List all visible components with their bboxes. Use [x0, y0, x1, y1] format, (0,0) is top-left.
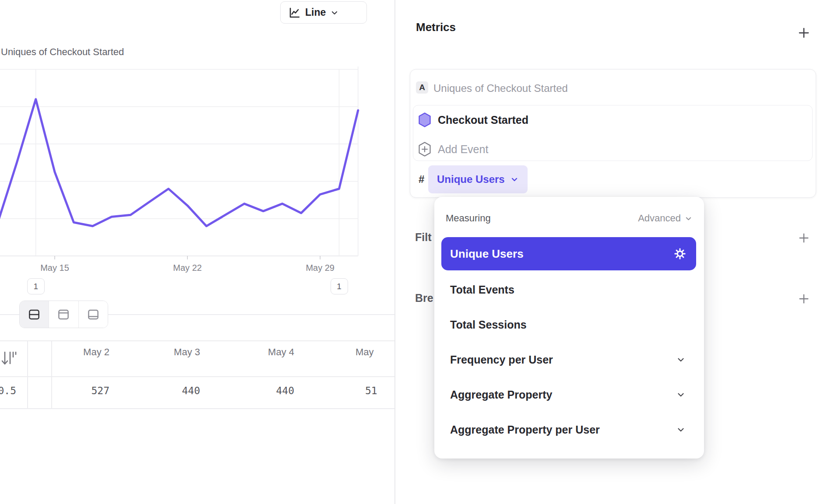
- add-event-icon: [419, 142, 431, 157]
- table-sort-icon[interactable]: [1, 350, 17, 369]
- layout-split-button[interactable]: [20, 301, 49, 328]
- table-view-icon: [87, 308, 100, 321]
- table-column-header[interactable]: May 4: [207, 346, 294, 364]
- chevron-down-icon: [676, 390, 686, 399]
- measure-chip[interactable]: Unique Users: [428, 165, 528, 193]
- dropdown-item-label: Total Events: [450, 284, 514, 296]
- dropdown-item[interactable]: Aggregate Property per User: [441, 413, 696, 446]
- chart-type-label: Line: [305, 7, 326, 18]
- table-column-header[interactable]: May: [356, 346, 374, 364]
- table-cell: 440: [113, 385, 200, 402]
- table-cell: 440: [207, 385, 294, 402]
- add-breakdown-button[interactable]: [796, 291, 811, 306]
- dropdown-item-label: Total Sessions: [450, 318, 527, 331]
- table-row-label: 0.5: [0, 385, 16, 402]
- event-name[interactable]: Checkout Started: [438, 114, 528, 126]
- chevron-down-icon: [510, 175, 519, 184]
- table-column-header[interactable]: May 3: [113, 346, 200, 364]
- layout-chart-button[interactable]: [49, 301, 78, 328]
- measure-chip-label: Unique Users: [437, 173, 505, 186]
- table-cell: 51: [365, 385, 377, 402]
- layout-table-button[interactable]: [78, 301, 108, 328]
- dropdown-item-label: Frequency per User: [450, 354, 553, 366]
- table-column-header[interactable]: May 2: [22, 346, 109, 364]
- layout-toggle-group: [19, 301, 108, 328]
- chevron-down-icon: [684, 214, 693, 223]
- chevron-down-icon: [676, 355, 686, 364]
- dropdown-item-label: Aggregate Property per User: [450, 424, 600, 436]
- section-label-filters: Filt: [415, 231, 432, 244]
- dropdown-header-label: Measuring: [446, 213, 491, 224]
- split-view-icon: [28, 308, 41, 321]
- dropdown-item-label: Unique Users: [450, 247, 524, 261]
- x-axis-label: May 15: [40, 263, 69, 273]
- add-metric-button[interactable]: [796, 25, 811, 40]
- table-bottom-border: [0, 408, 394, 409]
- annotation-marker[interactable]: 1: [331, 278, 348, 294]
- dropdown-item[interactable]: Aggregate Property: [441, 378, 696, 411]
- hexagon-event-icon: [419, 112, 431, 127]
- dropdown-item-selected[interactable]: Unique Users: [441, 237, 696, 270]
- chart-view-icon: [57, 308, 70, 321]
- chart-type-button[interactable]: Line: [280, 1, 367, 24]
- section-label-breakdowns: Bre: [415, 292, 433, 304]
- dropdown-item-label: Aggregate Property: [450, 388, 552, 401]
- x-axis-label: May 22: [173, 263, 202, 273]
- chevron-down-icon: [676, 425, 686, 434]
- dropdown-item[interactable]: Frequency per User: [441, 343, 696, 376]
- chart-title: Uniques of Checkout Started: [1, 46, 124, 58]
- gear-icon[interactable]: [673, 247, 687, 260]
- insights-editor: Line Uniques of Checkout Started May 15M…: [0, 0, 831, 504]
- add-event-button[interactable]: Add Event: [438, 143, 488, 156]
- metric-title[interactable]: Uniques of Checkout Started: [433, 82, 568, 94]
- dropdown-item[interactable]: Total Events: [441, 273, 696, 306]
- advanced-mode-label: Advanced: [638, 213, 681, 224]
- measure-hash-label: #: [419, 173, 424, 186]
- annotation-marker[interactable]: 1: [27, 278, 45, 294]
- metric-letter-badge: A: [416, 81, 428, 94]
- add-filter-button[interactable]: [796, 231, 811, 245]
- advanced-mode-selector[interactable]: Advanced: [638, 213, 693, 224]
- chevron-down-icon: [330, 8, 339, 17]
- table-cell: 527: [22, 385, 109, 402]
- series-line[interactable]: [0, 99, 358, 226]
- metrics-panel-title: Metrics: [416, 21, 456, 34]
- line-chart-icon: [289, 7, 301, 19]
- table-header-border: [0, 376, 394, 377]
- table-top-border: [0, 340, 394, 341]
- measuring-dropdown: Measuring Advanced Unique Users Total Ev…: [434, 197, 704, 458]
- panel-divider: [394, 0, 395, 504]
- dropdown-item[interactable]: Total Sessions: [441, 308, 696, 341]
- line-chart[interactable]: May 15May 22May 29: [0, 61, 394, 280]
- x-axis-label: May 29: [306, 263, 335, 273]
